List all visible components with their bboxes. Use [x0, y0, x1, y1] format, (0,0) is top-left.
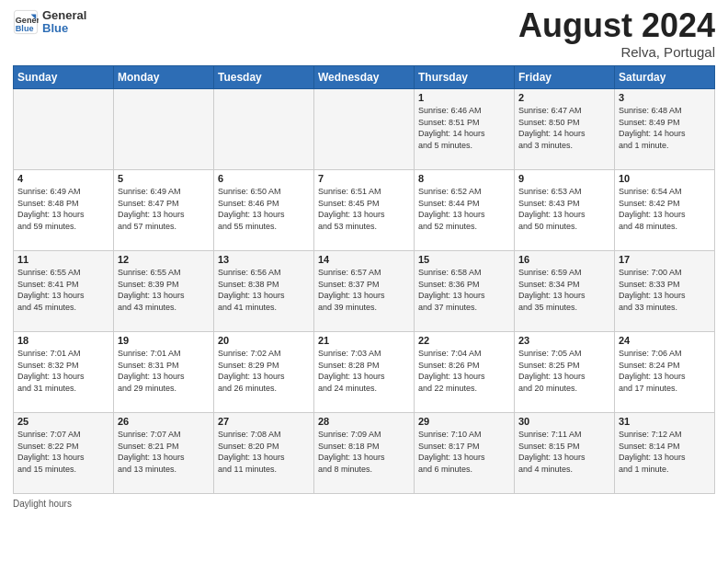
col-header-sunday: Sunday — [14, 66, 114, 89]
day-cell-5: 5Sunrise: 6:49 AM Sunset: 8:47 PM Daylig… — [114, 170, 214, 251]
day-cell-25: 25Sunrise: 7:07 AM Sunset: 8:22 PM Dayli… — [14, 413, 114, 494]
col-header-saturday: Saturday — [615, 66, 715, 89]
day-number: 21 — [318, 335, 410, 346]
day-cell-28: 28Sunrise: 7:09 AM Sunset: 8:18 PM Dayli… — [314, 413, 415, 494]
week-row-3: 18Sunrise: 7:01 AM Sunset: 8:32 PM Dayli… — [14, 332, 715, 413]
day-number: 2 — [518, 92, 610, 103]
day-info: Sunrise: 7:07 AM Sunset: 8:21 PM Dayligh… — [118, 429, 210, 475]
day-info: Sunrise: 6:56 AM Sunset: 8:38 PM Dayligh… — [218, 267, 310, 313]
day-cell-11: 11Sunrise: 6:55 AM Sunset: 8:41 PM Dayli… — [14, 251, 114, 332]
day-cell-14: 14Sunrise: 6:57 AM Sunset: 8:37 PM Dayli… — [314, 251, 415, 332]
day-cell-24: 24Sunrise: 7:06 AM Sunset: 8:24 PM Dayli… — [615, 332, 715, 413]
day-info: Sunrise: 7:10 AM Sunset: 8:17 PM Dayligh… — [418, 429, 510, 475]
day-number: 15 — [418, 254, 510, 265]
logo-line2: Blue — [42, 22, 86, 35]
day-number: 18 — [17, 335, 109, 346]
day-info: Sunrise: 6:50 AM Sunset: 8:46 PM Dayligh… — [218, 186, 310, 232]
day-cell-4: 4Sunrise: 6:49 AM Sunset: 8:48 PM Daylig… — [14, 170, 114, 251]
day-info: Sunrise: 7:02 AM Sunset: 8:29 PM Dayligh… — [218, 348, 310, 394]
day-cell-12: 12Sunrise: 6:55 AM Sunset: 8:39 PM Dayli… — [114, 251, 214, 332]
day-info: Sunrise: 7:04 AM Sunset: 8:26 PM Dayligh… — [418, 348, 510, 394]
day-cell-empty-2 — [214, 89, 314, 170]
day-info: Sunrise: 6:51 AM Sunset: 8:45 PM Dayligh… — [318, 186, 410, 232]
day-cell-30: 30Sunrise: 7:11 AM Sunset: 8:15 PM Dayli… — [515, 413, 615, 494]
day-number: 5 — [118, 173, 210, 184]
day-info: Sunrise: 6:52 AM Sunset: 8:44 PM Dayligh… — [418, 186, 510, 232]
day-info: Sunrise: 6:55 AM Sunset: 8:39 PM Dayligh… — [118, 267, 210, 313]
day-cell-empty-0 — [14, 89, 114, 170]
day-cell-7: 7Sunrise: 6:51 AM Sunset: 8:45 PM Daylig… — [314, 170, 415, 251]
day-cell-27: 27Sunrise: 7:08 AM Sunset: 8:20 PM Dayli… — [214, 413, 314, 494]
day-cell-17: 17Sunrise: 7:00 AM Sunset: 8:33 PM Dayli… — [615, 251, 715, 332]
day-cell-23: 23Sunrise: 7:05 AM Sunset: 8:25 PM Dayli… — [515, 332, 615, 413]
day-number: 29 — [418, 416, 510, 427]
day-cell-6: 6Sunrise: 6:50 AM Sunset: 8:46 PM Daylig… — [214, 170, 314, 251]
day-info: Sunrise: 6:49 AM Sunset: 8:48 PM Dayligh… — [17, 186, 109, 232]
day-info: Sunrise: 6:48 AM Sunset: 8:49 PM Dayligh… — [619, 105, 711, 151]
logo: General Blue General Blue — [13, 9, 86, 36]
day-number: 14 — [318, 254, 410, 265]
day-info: Sunrise: 7:11 AM Sunset: 8:15 PM Dayligh… — [518, 429, 610, 475]
col-header-tuesday: Tuesday — [214, 66, 314, 89]
day-number: 31 — [619, 416, 711, 427]
location: Relva, Portugal — [518, 44, 715, 60]
week-row-4: 25Sunrise: 7:07 AM Sunset: 8:22 PM Dayli… — [14, 413, 715, 494]
day-cell-empty-3 — [314, 89, 415, 170]
day-cell-20: 20Sunrise: 7:02 AM Sunset: 8:29 PM Dayli… — [214, 332, 314, 413]
day-cell-31: 31Sunrise: 7:12 AM Sunset: 8:14 PM Dayli… — [615, 413, 715, 494]
day-info: Sunrise: 6:59 AM Sunset: 8:34 PM Dayligh… — [518, 267, 610, 313]
day-info: Sunrise: 7:09 AM Sunset: 8:18 PM Dayligh… — [318, 429, 410, 475]
calendar-header-row: SundayMondayTuesdayWednesdayThursdayFrid… — [14, 66, 715, 89]
day-number: 26 — [118, 416, 210, 427]
day-number: 16 — [518, 254, 610, 265]
day-number: 10 — [619, 173, 711, 184]
svg-text:Blue: Blue — [16, 24, 34, 33]
day-info: Sunrise: 7:01 AM Sunset: 8:32 PM Dayligh… — [17, 348, 109, 394]
day-number: 1 — [418, 92, 510, 103]
day-info: Sunrise: 7:06 AM Sunset: 8:24 PM Dayligh… — [619, 348, 711, 394]
day-number: 12 — [118, 254, 210, 265]
day-number: 9 — [518, 173, 610, 184]
logo-line1: General — [42, 9, 86, 22]
day-number: 3 — [619, 92, 711, 103]
day-number: 20 — [218, 335, 310, 346]
day-cell-19: 19Sunrise: 7:01 AM Sunset: 8:31 PM Dayli… — [114, 332, 214, 413]
day-number: 24 — [619, 335, 711, 346]
col-header-wednesday: Wednesday — [314, 66, 415, 89]
day-info: Sunrise: 6:53 AM Sunset: 8:43 PM Dayligh… — [518, 186, 610, 232]
day-number: 17 — [619, 254, 711, 265]
week-row-2: 11Sunrise: 6:55 AM Sunset: 8:41 PM Dayli… — [14, 251, 715, 332]
day-cell-29: 29Sunrise: 7:10 AM Sunset: 8:17 PM Dayli… — [415, 413, 515, 494]
day-cell-26: 26Sunrise: 7:07 AM Sunset: 8:21 PM Dayli… — [114, 413, 214, 494]
day-info: Sunrise: 7:05 AM Sunset: 8:25 PM Dayligh… — [518, 348, 610, 394]
day-cell-16: 16Sunrise: 6:59 AM Sunset: 8:34 PM Dayli… — [515, 251, 615, 332]
day-info: Sunrise: 7:01 AM Sunset: 8:31 PM Dayligh… — [118, 348, 210, 394]
day-info: Sunrise: 6:54 AM Sunset: 8:42 PM Dayligh… — [619, 186, 711, 232]
day-info: Sunrise: 6:55 AM Sunset: 8:41 PM Dayligh… — [17, 267, 109, 313]
week-row-0: 1Sunrise: 6:46 AM Sunset: 8:51 PM Daylig… — [14, 89, 715, 170]
col-header-monday: Monday — [114, 66, 214, 89]
day-cell-21: 21Sunrise: 7:03 AM Sunset: 8:28 PM Dayli… — [314, 332, 415, 413]
day-info: Sunrise: 7:08 AM Sunset: 8:20 PM Dayligh… — [218, 429, 310, 475]
footer: Daylight hours — [13, 499, 715, 509]
logo-icon: General Blue — [13, 9, 39, 35]
day-cell-13: 13Sunrise: 6:56 AM Sunset: 8:38 PM Dayli… — [214, 251, 314, 332]
day-cell-1: 1Sunrise: 6:46 AM Sunset: 8:51 PM Daylig… — [415, 89, 515, 170]
day-info: Sunrise: 7:03 AM Sunset: 8:28 PM Dayligh… — [318, 348, 410, 394]
day-number: 13 — [218, 254, 310, 265]
day-info: Sunrise: 6:47 AM Sunset: 8:50 PM Dayligh… — [518, 105, 610, 151]
daylight-label: Daylight hours — [13, 499, 72, 509]
week-row-1: 4Sunrise: 6:49 AM Sunset: 8:48 PM Daylig… — [14, 170, 715, 251]
month-title: August 2024 — [518, 9, 715, 42]
day-number: 8 — [418, 173, 510, 184]
day-number: 11 — [17, 254, 109, 265]
day-cell-8: 8Sunrise: 6:52 AM Sunset: 8:44 PM Daylig… — [415, 170, 515, 251]
day-number: 23 — [518, 335, 610, 346]
day-number: 22 — [418, 335, 510, 346]
day-number: 4 — [17, 173, 109, 184]
day-info: Sunrise: 7:07 AM Sunset: 8:22 PM Dayligh… — [17, 429, 109, 475]
day-number: 28 — [318, 416, 410, 427]
day-info: Sunrise: 6:49 AM Sunset: 8:47 PM Dayligh… — [118, 186, 210, 232]
day-info: Sunrise: 6:46 AM Sunset: 8:51 PM Dayligh… — [418, 105, 510, 151]
day-cell-10: 10Sunrise: 6:54 AM Sunset: 8:42 PM Dayli… — [615, 170, 715, 251]
